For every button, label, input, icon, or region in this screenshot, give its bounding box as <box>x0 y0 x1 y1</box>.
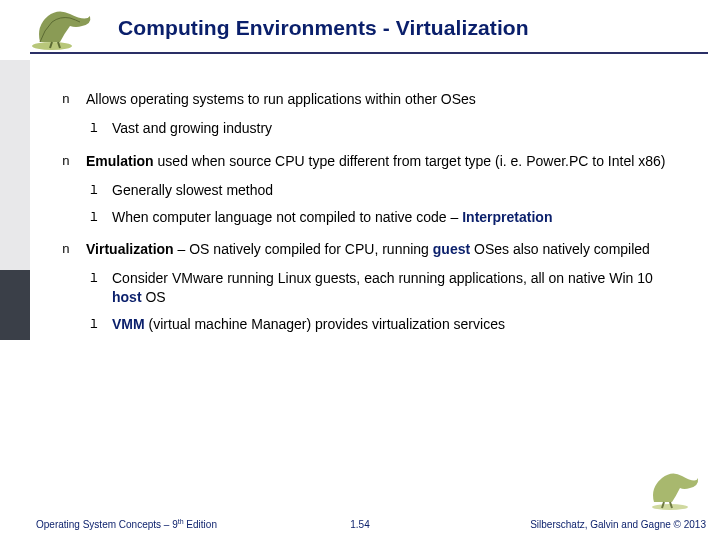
bullet-level-1: Allows operating systems to run applicat… <box>62 90 682 109</box>
bullet-level-2: VMM (virtual machine Manager) provides v… <box>90 315 682 334</box>
copyright-text: Silberschatz, Galvin and Gagne © 2013 <box>530 519 706 530</box>
bullet-text: When computer language not compiled to n… <box>112 209 462 225</box>
bullet-level-2: When computer language not compiled to n… <box>90 208 682 227</box>
slide-footer: Operating System Concepts – 9th Edition … <box>0 512 720 540</box>
footer-right: Silberschatz, Galvin and Gagne © 2013 <box>530 519 706 530</box>
slide-content: Allows operating systems to run applicat… <box>62 90 682 342</box>
bullet-level-2: Generally slowest method <box>90 181 682 200</box>
title-underline <box>30 52 708 54</box>
bullet-text: (virtual machine Manager) provides virtu… <box>145 316 505 332</box>
slide-title: Computing Environments - Virtualization <box>118 16 529 40</box>
bullet-level-1: Virtualization – OS natively compiled fo… <box>62 240 682 259</box>
bullet-text: OSes also natively compiled <box>470 241 650 257</box>
slide-number: 1.54 <box>350 519 369 530</box>
term-interpretation: Interpretation <box>462 209 552 225</box>
term-vmm: VMM <box>112 316 145 332</box>
bullet-level-2: Vast and growing industry <box>90 119 682 138</box>
bullet-text: Vast and growing industry <box>112 120 272 136</box>
left-sidebar <box>0 0 30 540</box>
sidebar-seg <box>0 60 30 270</box>
bullet-text: Generally slowest method <box>112 182 273 198</box>
term-host: host <box>112 289 142 305</box>
term-guest: guest <box>433 241 470 257</box>
dinosaur-icon <box>30 4 100 52</box>
sidebar-seg <box>0 0 30 60</box>
bullet-text: used when source CPU type different from… <box>154 153 666 169</box>
bullet-level-2: Consider VMware running Linux guests, ea… <box>90 269 682 307</box>
bullet-text: Allows operating systems to run applicat… <box>86 91 476 107</box>
sidebar-seg <box>0 270 30 340</box>
bullet-level-1: Emulation used when source CPU type diff… <box>62 152 682 171</box>
term-emulation: Emulation <box>86 153 154 169</box>
term-virtualization: Virtualization <box>86 241 174 257</box>
sidebar-seg <box>0 340 30 540</box>
bullet-text: OS <box>142 289 166 305</box>
dinosaur-icon <box>646 468 702 512</box>
bullet-text: – OS natively compiled for CPU, running <box>174 241 433 257</box>
bullet-text: Consider VMware running Linux guests, ea… <box>112 270 653 286</box>
slide-header: Computing Environments - Virtualization <box>30 4 710 64</box>
